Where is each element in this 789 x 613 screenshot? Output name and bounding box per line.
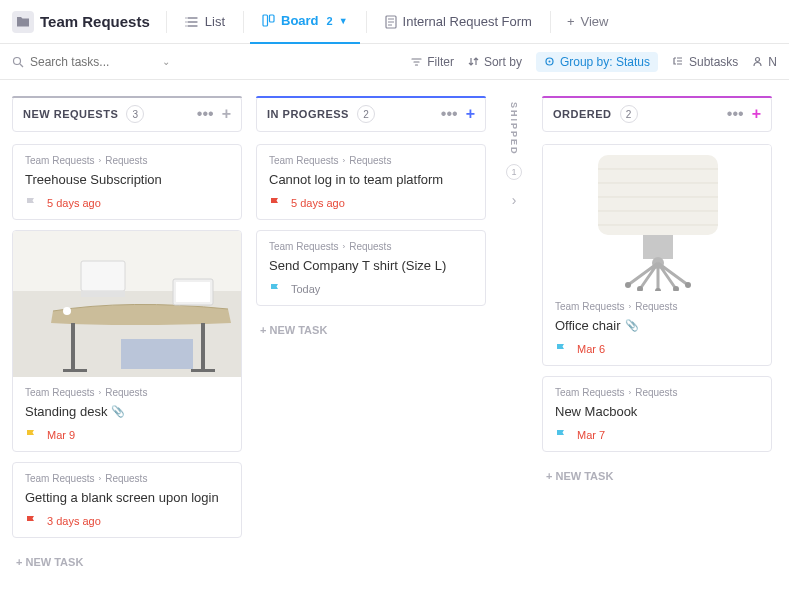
page-title: Team Requests (40, 13, 150, 30)
column-ordered: ORDERED 2 ••• + (542, 96, 772, 597)
divider (166, 11, 167, 33)
card-footer: 5 days ago (269, 197, 473, 209)
card-footer: Today (269, 283, 473, 295)
card[interactable]: Team Requests›Requests Office chair 📎 Ma… (542, 144, 772, 366)
add-view-label: View (581, 14, 609, 29)
svg-point-3 (14, 57, 21, 64)
count-badge: 2 (620, 105, 638, 123)
search-wrap: ⌄ (12, 55, 192, 69)
plus-icon: + (567, 14, 575, 29)
column-title: ORDERED (553, 108, 612, 120)
card-title: Office chair 📎 (555, 318, 759, 333)
add-card-button[interactable]: + (466, 105, 475, 123)
form-icon (385, 15, 397, 29)
column-header[interactable]: IN PROGRESS 2 ••• + (256, 96, 486, 132)
group-by-label: Group by: Status (560, 55, 650, 69)
card-date: Mar 9 (47, 429, 75, 441)
card[interactable]: Team Requests›Requests Send Company T sh… (256, 230, 486, 306)
more-icon[interactable]: ••• (727, 105, 744, 123)
group-by-button[interactable]: Group by: Status (536, 52, 658, 72)
card-image (13, 231, 241, 377)
new-task-button[interactable]: + NEW TASK (12, 548, 242, 576)
attachment-icon: 📎 (625, 319, 639, 332)
chevron-right-icon[interactable]: › (512, 192, 517, 208)
more-user[interactable]: N (752, 55, 777, 69)
tab-label: List (205, 14, 225, 29)
card-footer: Mar 7 (555, 429, 759, 441)
list-icon (185, 16, 199, 28)
toolbar: ⌄ Filter Sort by Group by: Status Subtas… (0, 44, 789, 80)
more-icon[interactable]: ••• (197, 105, 214, 123)
card[interactable]: Team Requests›Requests Treehouse Subscri… (12, 144, 242, 220)
card-date: 5 days ago (291, 197, 345, 209)
svg-rect-0 (263, 15, 268, 26)
tab-badge: 2 (327, 15, 333, 27)
filter-label: Filter (427, 55, 454, 69)
column-title: IN PROGRESS (267, 108, 349, 120)
count-badge: 2 (357, 105, 375, 123)
column-in-progress: IN PROGRESS 2 ••• + Team Requests›Reques… (256, 96, 486, 597)
card[interactable]: Team Requests›Requests Cannot log in to … (256, 144, 486, 220)
header: Team Requests List Board 2 ▼ Internal Re… (0, 0, 789, 44)
filter-icon (411, 57, 422, 67)
tab-label: Internal Request Form (403, 14, 532, 29)
card[interactable]: Team Requests›Requests Standing desk 📎 M… (12, 230, 242, 452)
svg-point-23 (685, 282, 691, 288)
card[interactable]: Team Requests›Requests New Macbook Mar 7 (542, 376, 772, 452)
chevron-down-icon[interactable]: ⌄ (162, 56, 170, 67)
new-task-button[interactable]: + NEW TASK (256, 316, 486, 344)
card[interactable]: Team Requests›Requests Getting a blank s… (12, 462, 242, 538)
svg-point-22 (625, 282, 631, 288)
add-view-button[interactable]: + View (557, 14, 619, 29)
column-shipped-collapsed[interactable]: SHIPPED 1 › (500, 96, 528, 597)
card-date: 3 days ago (47, 515, 101, 527)
column-header[interactable]: NEW REQUESTS 3 ••• + (12, 96, 242, 132)
search-icon (12, 56, 24, 68)
card-footer: 5 days ago (25, 197, 229, 209)
svg-rect-16 (176, 282, 210, 302)
group-icon (544, 56, 555, 67)
flag-icon (555, 429, 567, 441)
breadcrumb: Team Requests›Requests (269, 241, 473, 252)
column-new-requests: NEW REQUESTS 3 ••• + Team Requests›Reque… (12, 96, 242, 597)
collapsed-title: SHIPPED (509, 102, 519, 156)
card-footer: Mar 9 (25, 429, 229, 441)
card-title: Treehouse Subscription (25, 172, 229, 187)
svg-rect-13 (81, 261, 125, 291)
new-task-button[interactable]: + NEW TASK (542, 462, 772, 490)
add-card-button[interactable]: + (752, 105, 761, 123)
tab-internal-request-form[interactable]: Internal Request Form (373, 0, 544, 44)
card-title: Send Company T shirt (Size L) (269, 258, 473, 273)
search-input[interactable] (30, 55, 150, 69)
column-actions: ••• + (197, 105, 231, 123)
more-icon[interactable]: ••• (441, 105, 458, 123)
board: NEW REQUESTS 3 ••• + Team Requests›Reque… (0, 80, 789, 613)
card-title: Cannot log in to team platform (269, 172, 473, 187)
card-title: New Macbook (555, 404, 759, 419)
svg-rect-10 (201, 323, 205, 371)
sort-button[interactable]: Sort by (468, 55, 522, 69)
subtasks-button[interactable]: Subtasks (672, 55, 738, 69)
tab-board[interactable]: Board 2 ▼ (250, 0, 360, 44)
flag-icon (25, 515, 37, 527)
subtasks-icon (672, 56, 684, 67)
attachment-icon: 📎 (111, 405, 125, 418)
column-actions: ••• + (441, 105, 475, 123)
chevron-down-icon: ▼ (339, 16, 348, 26)
tab-list[interactable]: List (173, 0, 237, 44)
breadcrumb: Team Requests›Requests (555, 387, 759, 398)
flag-icon (555, 343, 567, 355)
add-card-button[interactable]: + (222, 105, 231, 123)
more-label: N (768, 55, 777, 69)
count-badge: 1 (506, 164, 522, 180)
svg-rect-20 (643, 235, 673, 259)
breadcrumb: Team Requests›Requests (269, 155, 473, 166)
column-header[interactable]: ORDERED 2 ••• + (542, 96, 772, 132)
card-footer: 3 days ago (25, 515, 229, 527)
svg-rect-14 (81, 291, 125, 297)
divider (550, 11, 551, 33)
filter-button[interactable]: Filter (411, 55, 454, 69)
svg-rect-12 (191, 369, 215, 372)
divider (243, 11, 244, 33)
sort-icon (468, 56, 479, 67)
